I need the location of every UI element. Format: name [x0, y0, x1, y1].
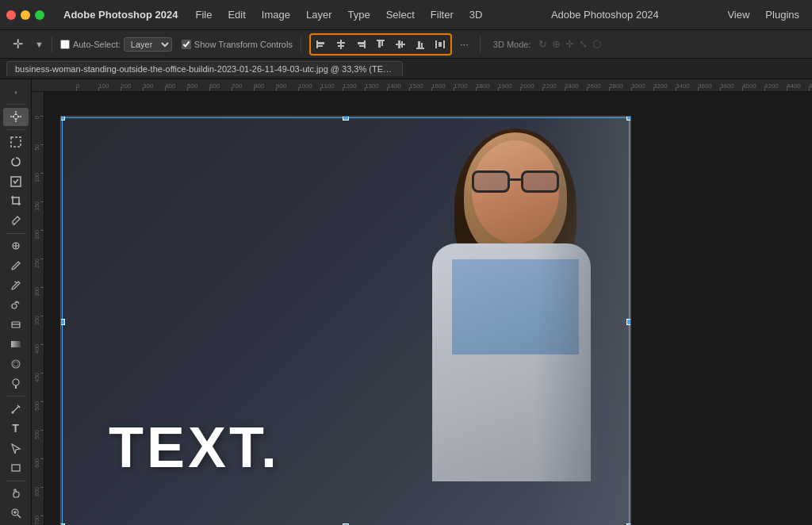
move-tool-icon[interactable]: ✛ [5, 34, 30, 55]
move-arrow-group: ▼ [35, 40, 44, 49]
minimize-button[interactable] [21, 10, 30, 20]
svg-rect-5 [338, 45, 344, 47]
menu-file[interactable]: File [189, 6, 218, 24]
handle-middle-left[interactable] [60, 319, 65, 325]
options-bar: ✛ ▼ Auto-Select: Layer Group Show Transf… [0, 30, 812, 59]
align-left-edges-button[interactable] [312, 36, 331, 53]
text-tool-button[interactable]: T [3, 420, 29, 438]
show-transform-label: Show Transform Controls [194, 40, 293, 49]
show-transform-checkbox[interactable] [182, 40, 191, 49]
menu-type[interactable]: Type [342, 6, 377, 24]
document-tab[interactable]: business-woman-standing-outside-the-offi… [6, 61, 403, 76]
handle-top-right[interactable] [626, 116, 631, 121]
auto-select-label: Auto-Select: [73, 40, 121, 49]
menu-select[interactable]: Select [380, 6, 421, 24]
lasso-tool-button[interactable] [3, 152, 29, 171]
history-brush-tool-button[interactable] [3, 296, 29, 314]
tool-separator-1 [6, 129, 25, 130]
3d-camera-icon[interactable]: ⬡ [592, 38, 601, 50]
zoom-tool-button[interactable] [3, 504, 29, 522]
separator-2 [301, 36, 301, 52]
3d-rotate-icon[interactable]: ↻ [538, 38, 547, 50]
traffic-lights [6, 10, 44, 20]
more-options-button[interactable]: ··· [457, 38, 472, 50]
left-toolbar: ⬧ [0, 79, 32, 525]
svg-line-36 [17, 515, 21, 518]
svg-rect-17 [421, 43, 423, 48]
close-button[interactable] [6, 10, 16, 20]
menu-image[interactable]: Image [255, 6, 297, 24]
menu-layer[interactable]: Layer [300, 6, 339, 24]
3d-move-icon[interactable]: ✛ [565, 38, 574, 50]
svg-rect-10 [378, 41, 381, 48]
svg-rect-28 [11, 341, 21, 347]
menu-plugins[interactable]: Plugins [759, 6, 806, 24]
hand-tool-button[interactable] [3, 484, 29, 502]
pen-tool-button[interactable] [3, 400, 29, 418]
text-layer-overlay[interactable]: TEXT. [109, 415, 280, 480]
eraser-tool-button[interactable] [3, 316, 29, 334]
handle-top-center[interactable] [343, 116, 349, 121]
align-bottom-edges-button[interactable] [411, 36, 430, 53]
menu-edit[interactable]: Edit [221, 6, 251, 24]
eyedropper-tool-button[interactable] [3, 212, 29, 230]
tool-separator-4 [6, 481, 25, 481]
transform-controls-group: Show Transform Controls [182, 40, 293, 49]
align-buttons-group [309, 33, 452, 56]
brush-tool-button[interactable] [3, 256, 29, 274]
separator-3 [480, 36, 481, 52]
clone-stamp-tool-button[interactable] [3, 276, 29, 294]
handle-middle-right[interactable] [626, 319, 631, 325]
main-area: ⬧ [0, 79, 812, 525]
pan-arrows-icon: ⬧ [3, 82, 29, 101]
svg-point-30 [13, 362, 18, 366]
svg-rect-20 [439, 42, 442, 47]
dodge-tool-button[interactable] [3, 374, 29, 393]
svg-rect-19 [443, 40, 445, 48]
svg-rect-9 [377, 40, 385, 41]
tool-separator-3 [6, 396, 25, 397]
blur-tool-button[interactable] [3, 355, 29, 374]
svg-rect-1 [318, 42, 324, 44]
tool-separator-0 [6, 104, 25, 105]
distribute-button[interactable] [431, 36, 450, 53]
svg-rect-14 [401, 41, 403, 48]
svg-rect-18 [435, 40, 437, 48]
3d-scale-icon[interactable]: ⤡ [579, 38, 588, 50]
menu-3d[interactable]: 3D [463, 6, 489, 24]
svg-rect-3 [340, 40, 342, 49]
align-right-edges-button[interactable] [351, 36, 370, 53]
svg-rect-7 [358, 42, 364, 44]
svg-rect-8 [359, 45, 364, 47]
move-tool-button[interactable] [3, 108, 29, 126]
auto-select-checkbox[interactable] [60, 40, 70, 49]
glass-left [472, 171, 510, 193]
svg-point-25 [12, 304, 17, 308]
gradient-tool-button[interactable] [3, 335, 29, 354]
menu-filter[interactable]: Filter [424, 6, 460, 24]
move-arrow-icon: ▼ [35, 40, 44, 49]
photo-background: TEXT. [61, 117, 630, 525]
crop-tool-button[interactable] [3, 192, 29, 210]
menubar: Adobe Photoshop 2024 File Edit Image Lay… [0, 0, 812, 30]
app-name: Adobe Photoshop 2024 [63, 9, 178, 21]
align-horizontal-centers-button[interactable] [331, 36, 350, 53]
svg-rect-11 [381, 41, 383, 46]
align-vertical-centers-button[interactable] [391, 36, 410, 53]
canvas-with-ruler: 0501001502002503003504004505005506006507… [32, 92, 812, 525]
svg-rect-4 [337, 42, 345, 44]
maximize-button[interactable] [35, 10, 44, 20]
horizontal-ruler: 0100200300400500600700800900100011001200… [32, 79, 812, 92]
path-selection-tool-button[interactable] [3, 439, 29, 458]
svg-rect-21 [11, 137, 21, 147]
handle-top-left[interactable] [60, 116, 65, 121]
menu-view[interactable]: View [721, 6, 756, 24]
healing-brush-tool-button[interactable] [3, 237, 29, 255]
align-top-edges-button[interactable] [371, 36, 390, 53]
rectangular-marquee-tool-button[interactable] [3, 132, 29, 151]
canvas-viewport[interactable]: TEXT. [44, 92, 812, 525]
object-selection-tool-button[interactable] [3, 172, 29, 190]
rectangle-tool-button[interactable] [3, 459, 29, 477]
3d-pan-icon[interactable]: ⊕ [552, 38, 561, 50]
auto-select-dropdown[interactable]: Layer Group [124, 37, 172, 52]
